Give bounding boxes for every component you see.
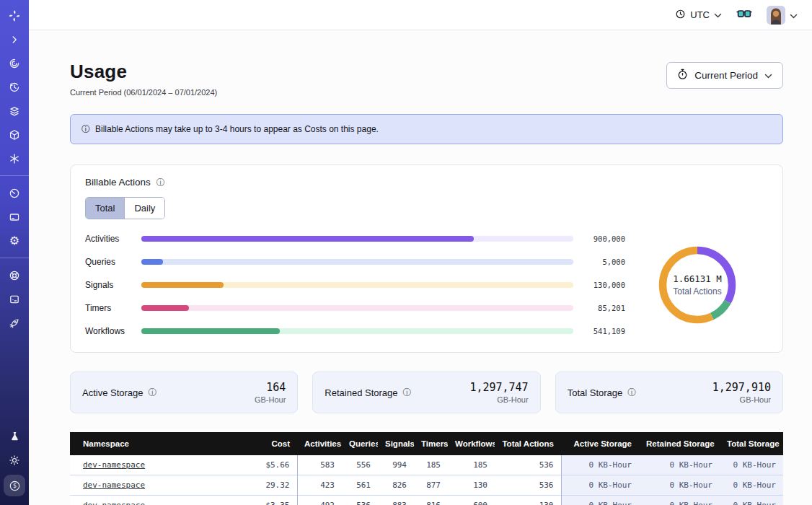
cell-workflows: 600 — [448, 496, 495, 505]
cell-queries: 556 — [342, 455, 378, 475]
deployments-icon[interactable] — [5, 126, 24, 144]
cell-cost: $3.35 — [221, 496, 297, 505]
avatar — [767, 6, 785, 25]
namespace-cell: dev-namespace — [70, 496, 221, 505]
bar-track — [141, 328, 573, 334]
period-selector-label: Current Period — [694, 70, 758, 81]
storage-card-label: Active Storage — [82, 387, 144, 398]
cell-active-storage: 0 KB-Hour — [561, 496, 639, 505]
temporal-logo-icon[interactable] — [5, 6, 24, 25]
col-header-queries: Queries — [342, 432, 378, 455]
total-actions-donut: 1.66131 M Total Actions — [643, 240, 752, 330]
table-row: dev-namespace$3.354925368838166001300 KB… — [70, 496, 783, 505]
chevron-down-icon — [714, 9, 722, 20]
tab-daily[interactable]: Daily — [125, 198, 164, 219]
namespaces-icon[interactable] — [5, 54, 24, 72]
storage-card-unit: GB-Hour — [469, 395, 528, 404]
clock-icon — [675, 9, 686, 22]
cell-cost: 29.32 — [221, 475, 297, 496]
cell-queries: 536 — [342, 496, 378, 505]
cell-activities: 583 — [297, 455, 342, 475]
storage-card-label: Total Storage — [568, 387, 623, 398]
getting-started-icon[interactable] — [5, 314, 24, 332]
storage-card-value: 164 — [255, 381, 286, 394]
page-header: Usage Current Period (06/01/2024 – 07/01… — [70, 61, 783, 97]
cell-signals: 883 — [378, 496, 414, 505]
info-icon[interactable]: ⓘ — [149, 388, 157, 397]
docs-icon[interactable] — [5, 290, 24, 308]
cell-signals: 994 — [378, 455, 414, 475]
bar-value: 541,109 — [583, 327, 625, 335]
cell-retained-storage: 0 KB-Hour — [639, 475, 720, 496]
chevron-down-icon — [790, 9, 798, 22]
bar-fill — [141, 282, 224, 288]
expand-icon[interactable] — [5, 30, 24, 48]
bar-value: 900,000 — [583, 234, 625, 243]
tab-total[interactable]: Total — [86, 198, 125, 219]
usage-icon[interactable] — [5, 184, 24, 202]
cell-activities: 423 — [297, 475, 342, 496]
pricing-icon[interactable]: $ — [4, 475, 25, 496]
user-menu[interactable] — [767, 6, 798, 25]
col-header-total-storage: Total Storage — [720, 432, 783, 455]
page-title: Usage — [70, 61, 217, 83]
col-header-namespace: Namespace — [70, 432, 221, 455]
glasses-theme-icon[interactable] — [736, 10, 752, 19]
col-header-timers: Timers — [414, 432, 448, 455]
layers-icon[interactable] — [5, 102, 24, 120]
settings-icon[interactable]: ⚙ — [5, 232, 24, 250]
info-banner-text: Billable Actions may take up to 3-4 hour… — [95, 124, 379, 134]
billable-actions-card: Billable Actions ⓘ TotalDaily Activities… — [70, 164, 783, 353]
cell-active-storage: 0 KB-Hour — [561, 455, 639, 475]
period-selector-button[interactable]: Current Period — [666, 62, 783, 89]
cell-activities: 492 — [297, 496, 342, 505]
bar-label: Timers — [85, 303, 131, 313]
support-icon[interactable] — [5, 266, 24, 284]
namespace-link[interactable]: dev-namespace — [83, 460, 145, 470]
bar-value: 85,201 — [583, 304, 625, 312]
donut-total-label: Total Actions — [673, 286, 722, 297]
bar-track — [141, 282, 573, 288]
table-row: dev-namespace29.324235618268771305360 KB… — [70, 475, 783, 496]
storage-card: Retained Storage ⓘ 1,297,747 GB-Hour — [312, 372, 540, 413]
labs-icon[interactable] — [5, 427, 24, 445]
info-icon[interactable]: ⓘ — [627, 388, 636, 397]
app-window: ⚙ $ UTC — [0, 0, 812, 505]
cell-total-actions: 536 — [495, 475, 561, 496]
storage-card-value: 1,297,910 — [712, 381, 771, 394]
billing-icon[interactable] — [5, 208, 24, 226]
info-icon[interactable]: ⓘ — [156, 178, 165, 187]
cell-workflows: 185 — [448, 455, 495, 475]
storage-card-unit: GB-Hour — [712, 395, 771, 404]
storage-card-unit: GB-Hour — [255, 395, 286, 404]
storage-card-label: Retained Storage — [325, 387, 397, 398]
namespace-link[interactable]: dev-namespace — [83, 501, 145, 505]
bar-track — [141, 305, 573, 311]
cell-total-actions: 130 — [495, 496, 561, 505]
actions-bar-chart: Activities 900,000 Queries 5,000 Signals… — [85, 234, 637, 336]
info-icon[interactable]: ⓘ — [403, 388, 412, 397]
sidebar-divider — [0, 258, 29, 258]
namespace-cell: dev-namespace — [70, 475, 221, 496]
nexus-icon[interactable] — [5, 149, 24, 167]
cell-signals: 826 — [378, 475, 414, 496]
cell-active-storage: 0 KB-Hour — [561, 475, 639, 496]
storage-summary-row: Active Storage ⓘ 164 GB-Hour Retained St… — [70, 372, 783, 413]
bar-track — [141, 236, 573, 242]
col-header-signals: Signals — [378, 432, 414, 455]
timezone-label: UTC — [690, 9, 710, 20]
theme-icon[interactable] — [5, 451, 24, 469]
namespace-link[interactable]: dev-namespace — [83, 480, 145, 490]
info-icon: ⓘ — [81, 125, 90, 133]
timezone-selector[interactable]: UTC — [675, 9, 722, 22]
cell-total-actions: 536 — [495, 455, 561, 475]
total-daily-tabs: TotalDaily — [85, 197, 165, 219]
col-header-activities: Activities — [297, 432, 342, 455]
bar-label: Queries — [85, 257, 131, 267]
schedules-icon[interactable] — [5, 78, 24, 96]
page-subtitle: Current Period (06/01/2024 – 07/01/2024) — [70, 88, 217, 97]
storage-card: Total Storage ⓘ 1,297,910 GB-Hour — [555, 372, 783, 413]
bar-fill — [141, 236, 474, 242]
bar-fill — [141, 305, 189, 311]
cell-workflows: 130 — [448, 475, 495, 496]
